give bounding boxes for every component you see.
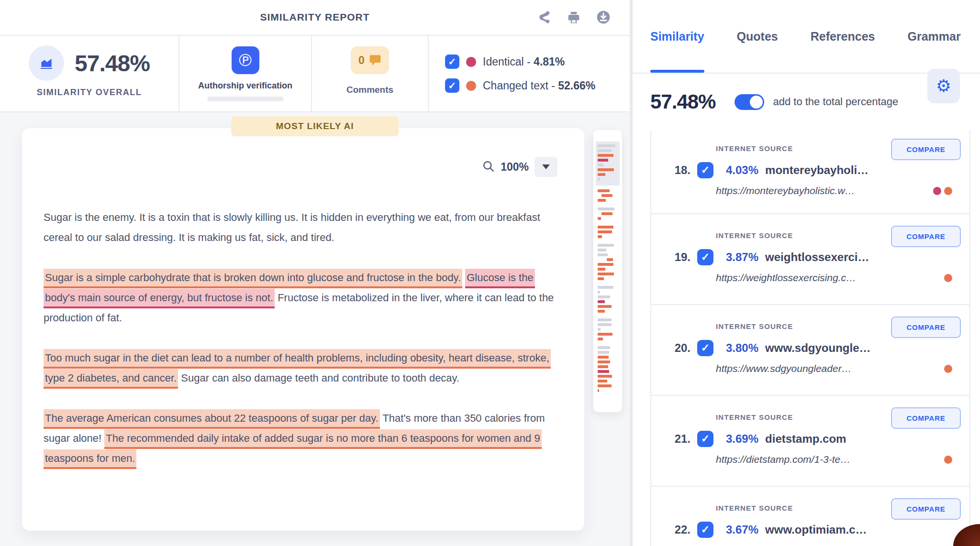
source-url[interactable]: https://weightlossexercising.c… — [716, 272, 856, 284]
identical-checkbox[interactable]: ✓ — [445, 55, 459, 69]
highlight-changed[interactable]: The recommended daily intake of added su… — [44, 429, 542, 469]
minimap-bar — [598, 154, 613, 157]
minimap-bar — [598, 351, 609, 354]
compare-button[interactable]: COMPARE — [891, 317, 961, 338]
source-item: INTERNET SOURCE COMPARE 19. ✓ 3.87% weig… — [651, 214, 969, 305]
minimap-bar — [598, 323, 612, 326]
authorship-progress-pill — [207, 97, 284, 101]
minimap-bar — [598, 273, 614, 275]
ai-likelihood-badge: MOST LIKELY AI — [231, 116, 399, 136]
highlight-changed[interactable]: Sugar is a simple carbohydrate that is b… — [44, 269, 462, 288]
source-type-label: INTERNET SOURCE — [716, 413, 793, 421]
minimap-bar — [598, 268, 605, 271]
zoom-dropdown-button[interactable] — [535, 157, 557, 177]
comments-icon: 0 — [351, 46, 389, 74]
share-icon — [537, 10, 551, 26]
changed-checkbox[interactable]: ✓ — [445, 78, 459, 93]
source-percent: 3.80% — [726, 341, 758, 355]
compare-button[interactable]: COMPARE — [891, 139, 961, 160]
text-segment: Sugar can also damage teeth and contribu… — [178, 372, 459, 384]
comment-bubble-icon — [368, 55, 381, 66]
check-icon: ✓ — [701, 524, 710, 536]
tab-references[interactable]: References — [811, 0, 875, 73]
tab-grammar[interactable]: Grammar — [908, 0, 961, 73]
changed-dot-icon — [944, 274, 952, 282]
compare-button[interactable]: COMPARE — [891, 226, 961, 247]
source-number: 20. — [671, 341, 690, 355]
minimap-bar — [607, 258, 613, 261]
source-url[interactable]: https://www.sdgyoungleader… — [716, 363, 852, 374]
source-name[interactable]: montereybayholi… — [765, 164, 869, 177]
source-number: 21. — [671, 432, 690, 446]
minimap-gap — [598, 315, 618, 318]
gear-icon: ⚙ — [936, 76, 951, 96]
source-percent: 3.87% — [726, 251, 758, 264]
sidebar-summary: 57.48% add to the total percentage ⚙ — [633, 74, 980, 130]
source-checkbox[interactable]: ✓ — [697, 522, 713, 538]
minimap-bar — [598, 164, 603, 166]
comments-count: 0 — [358, 54, 365, 67]
overall-similarity-value: 57.48% — [75, 50, 150, 76]
compare-button[interactable]: COMPARE — [891, 407, 961, 429]
check-icon: ✓ — [701, 251, 710, 263]
share-button[interactable] — [536, 10, 552, 26]
source-checkbox[interactable]: ✓ — [697, 340, 713, 356]
source-checkbox[interactable]: ✓ — [697, 431, 713, 447]
source-name[interactable]: www.optimiam.c… — [765, 523, 867, 536]
source-name[interactable]: weightlossexerci… — [765, 251, 869, 264]
source-url[interactable]: https://dietstamp.com/1-3-te… — [716, 454, 850, 465]
minimap-bar — [598, 173, 605, 176]
tab-similarity[interactable]: Similarity — [650, 0, 704, 73]
minimap-gap — [598, 240, 618, 244]
tab-quotes[interactable]: Quotes — [737, 0, 778, 73]
source-name[interactable]: www.sdgyoungle… — [765, 341, 870, 355]
total-percentage-toggle[interactable] — [735, 94, 764, 110]
settings-button[interactable]: ⚙ — [927, 69, 960, 103]
source-name[interactable]: dietstamp.com — [765, 432, 846, 446]
minimap-bar — [598, 230, 612, 233]
magnifier-icon — [482, 160, 495, 175]
zoom-control: 100% — [482, 157, 557, 177]
toggle-knob — [750, 96, 763, 109]
minimap-bar — [598, 380, 607, 382]
source-item: INTERNET SOURCE COMPARE 22. ✓ 3.67% www.… — [651, 487, 969, 546]
changed-dot-icon — [944, 456, 952, 464]
download-button[interactable] — [595, 10, 612, 26]
report-header: SIMILARITY REPORT — [0, 0, 630, 36]
minimap-bar — [598, 178, 600, 181]
compare-button[interactable]: COMPARE — [891, 498, 961, 520]
sidebar-similarity-value: 57.48% — [650, 90, 715, 113]
document-card: 100% Sugar is the enemy. It is a toxin t… — [22, 128, 584, 531]
source-type-label: INTERNET SOURCE — [716, 504, 793, 512]
comments-cell[interactable]: 0 Comments — [312, 36, 429, 111]
source-number: 19. — [671, 251, 690, 264]
source-percent: 4.03% — [726, 164, 758, 177]
highlight-changed[interactable]: The average American consumes about 22 t… — [44, 409, 380, 429]
source-checkbox[interactable]: ✓ — [697, 162, 713, 178]
source-number: 22. — [671, 523, 690, 536]
print-button[interactable] — [566, 10, 582, 26]
document-minimap[interactable] — [593, 130, 622, 412]
source-checkbox[interactable]: ✓ — [697, 249, 713, 265]
sources-list: INTERNET SOURCE COMPARE 18. ✓ 4.03% mont… — [650, 130, 970, 546]
minimap-bar — [598, 328, 601, 331]
check-icon: ✓ — [448, 80, 457, 91]
minimap-bar — [598, 389, 599, 392]
minimap-bar — [598, 149, 612, 152]
minimap-bar — [598, 277, 604, 280]
source-url[interactable]: https://montereybayholistic.w… — [716, 185, 855, 197]
minimap-bar — [598, 244, 614, 247]
report-panel: SIMILARITY REPORT — [0, 0, 630, 546]
overall-similarity-cell: 57.48% SIMILARITY OVERALL — [0, 36, 179, 111]
check-icon: ✓ — [701, 342, 710, 354]
check-icon: ✓ — [701, 433, 710, 445]
minimap-bar — [601, 212, 612, 215]
changed-dot-icon — [944, 187, 952, 195]
source-dots — [944, 274, 952, 282]
authorship-cell[interactable]: ℗ Authorship verification — [179, 36, 312, 111]
authorship-logo-icon: ℗ — [232, 46, 259, 74]
source-number: 18. — [671, 164, 690, 177]
minimap-bar — [598, 333, 612, 336]
legend-row-changed: ✓ Changed text - 52.66% — [445, 78, 630, 93]
legend-cell: ✓ Identical - 4.81% ✓ Changed text - 52.… — [429, 36, 630, 111]
